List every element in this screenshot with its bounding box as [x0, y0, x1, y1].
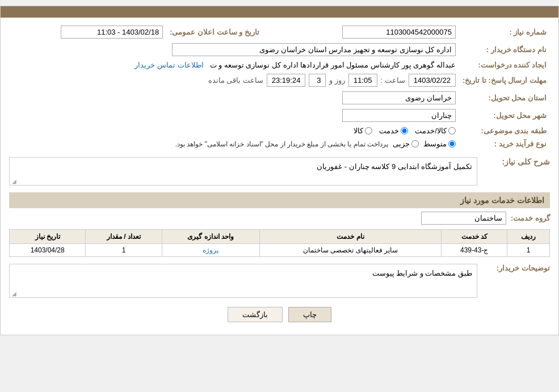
- noeFarayand-radio-group: متوسط جزیی پرداخت تمام یا بخشی از مبلغ خ…: [12, 140, 456, 148]
- ostan-value: خراسان رضوی: [9, 89, 459, 107]
- tabaqe-radio-group: کالا/خدمت خدمت کالا: [12, 127, 456, 135]
- mohlatErsaal-label: مهلت ارسال پاسخ: تا تاریخ:: [459, 71, 550, 89]
- ostan-label: استان محل تحویل:: [459, 89, 550, 107]
- radio-kalaKhedmat[interactable]: [448, 127, 456, 134]
- time-value: 11:05: [348, 74, 377, 87]
- tabaqe-kala-label: کالا: [354, 127, 363, 135]
- tabaqe-radio-kalaKhedmat[interactable]: کالا/خدمت: [415, 127, 456, 135]
- namDastgah-value: اداره کل نوسازی توسعه و تجهیز مدارس استا…: [9, 41, 459, 58]
- main-info-table: شماره نیاز : 1103004542000075 تاریخ و سا…: [9, 23, 550, 150]
- noeFarayand-note: پرداخت تمام یا بخشی از مبلغ خریدار از مح…: [175, 140, 388, 148]
- countdown-value: 23:19:24: [267, 74, 306, 87]
- row-tabaqe: طبقه بندی موضوعی: کالا/خدمت خدمت: [9, 124, 550, 137]
- tabaqe-radio-kala[interactable]: کالا: [354, 127, 372, 135]
- col-radif: ردیف: [507, 230, 550, 244]
- print-button[interactable]: چاپ: [288, 307, 331, 322]
- rooz-label: روز و: [329, 76, 345, 85]
- mohlatErsaal-value: 1403/02/22 ساعت : 11:05 روز و 3 23:19:24…: [9, 71, 459, 89]
- table-row: 1 ج-43-439 سایر فعالیتهای تخصصی ساختمان …: [10, 244, 550, 257]
- noeFarayand-radio-jozyi[interactable]: جزیی: [393, 140, 419, 148]
- col-naam: نام خدمت: [259, 230, 442, 244]
- row-ijaadKonande: ایجاد کننده درخواست: عبداله گوهری پور کا…: [9, 58, 550, 71]
- tabaqe-options: کالا/خدمت خدمت کالا: [9, 124, 459, 137]
- khadamat-header: اطلاعات خدمات مورد نیاز: [9, 192, 550, 208]
- tabaqe-kalaKhedmat-label: کالا/خدمت: [415, 127, 447, 135]
- resize-handle: ◢: [11, 178, 16, 184]
- namDastgah-label: نام دستگاه خریدار :: [459, 41, 550, 58]
- col-tedad: تعداد / مقدار: [86, 230, 162, 244]
- cell-radif: 1: [507, 244, 550, 257]
- services-table-header: ردیف کد خدمت نام خدمت واحد اندازه گیری ت…: [10, 230, 550, 244]
- row-mohlatErsaal: مهلت ارسال پاسخ: تا تاریخ: 1403/02/22 سا…: [9, 71, 550, 89]
- datetime-row: 1403/02/22 ساعت : 11:05 روز و 3 23:19:24…: [12, 74, 456, 87]
- shahr-input: چناران: [342, 109, 456, 122]
- cell-tedad: 1: [86, 244, 162, 257]
- tarikh-value: 1403/02/18 - 11:03: [9, 23, 166, 41]
- radio-motavasset[interactable]: [448, 140, 456, 147]
- baghimande-label: ساعت باقی مانده: [208, 76, 263, 85]
- content-area: شماره نیاز : 1103004542000075 تاریخ و سا…: [1, 18, 558, 335]
- page-header: [1, 6, 558, 18]
- tabaqe-label: طبقه بندی موضوعی:: [459, 124, 550, 137]
- goroh-row: گروه خدمت: ساختمان: [9, 212, 550, 225]
- footer-buttons: چاپ بازگشت: [9, 300, 550, 329]
- row-shahr: شهر محل تحویل: چناران: [9, 107, 550, 124]
- sharhKoli-container: تکمیل آموزشگاه ابتدایی 9 کلاسه چناران - …: [9, 155, 477, 188]
- tozihat-input[interactable]: طبق مشخصات و شرایط پیوست ◢: [9, 264, 477, 298]
- goroh-label: گروه خدمت:: [511, 214, 550, 222]
- row-noeFarayand: نوع فرآیند خرید : متوسط جزیی پرداخت تمام…: [9, 137, 550, 150]
- col-vahed: واحد اندازه گیری: [162, 230, 259, 244]
- ijaadKonande-value: عبداله گوهری پور کارشناس مسئول امور قرار…: [9, 58, 459, 71]
- row-shomareNiaz: شماره نیاز : 1103004542000075 تاریخ و سا…: [9, 23, 550, 41]
- radio-jozyi[interactable]: [411, 140, 419, 147]
- shomareNiaz-label: شماره نیاز :: [459, 23, 550, 41]
- rooz-value: 3: [309, 74, 326, 87]
- vahed-link[interactable]: پروژه: [203, 246, 218, 254]
- sharhKoli-label: شرح کلی نیاز:: [482, 155, 550, 168]
- ijaadKonande-label: ایجاد کننده درخواست:: [459, 58, 550, 71]
- col-kod: کد خدمت: [442, 230, 507, 244]
- cell-tarikh: 1403/04/28: [10, 244, 86, 257]
- goroh-value: ساختمان: [421, 212, 506, 225]
- tabaqe-khedmat-label: خدمت: [379, 127, 399, 135]
- tarikh-input: 1403/02/18 - 11:03: [61, 26, 163, 39]
- tozihat-section: توضیحات خریدار: طبق مشخصات و شرایط پیوست…: [9, 262, 550, 300]
- services-table-body: 1 ج-43-439 سایر فعالیتهای تخصصی ساختمان …: [10, 244, 550, 257]
- noeFarayand-label: نوع فرآیند خرید :: [459, 137, 550, 150]
- namDastgah-input: اداره کل نوسازی توسعه و تجهیز مدارس استا…: [172, 43, 456, 56]
- cell-kod: ج-43-439: [442, 244, 507, 257]
- services-table: ردیف کد خدمت نام خدمت واحد اندازه گیری ت…: [9, 229, 550, 257]
- services-header-row: ردیف کد خدمت نام خدمت واحد اندازه گیری ت…: [10, 230, 550, 244]
- sharhKoli-section: شرح کلی نیاز: تکمیل آموزشگاه ابتدایی 9 ک…: [9, 155, 550, 188]
- time-label: ساعت :: [381, 76, 405, 85]
- ijaadKonande-text: عبداله گوهری پور کارشناس مسئول امور قرار…: [210, 61, 456, 69]
- shomareNiaz-value: 1103004542000075: [285, 23, 459, 41]
- cell-vahed: پروژه: [162, 244, 259, 257]
- shahr-value: چناران: [9, 107, 459, 124]
- tabaqe-radio-khedmat[interactable]: خدمت: [379, 127, 408, 135]
- cell-naam: سایر فعالیتهای تخصصی ساختمان: [259, 244, 442, 257]
- tozihat-resize-handle: ◢: [11, 290, 16, 296]
- row-ostan: استان محل تحویل: خراسان رضوی: [9, 89, 550, 107]
- col-tarikh: تاریخ نیاز: [10, 230, 86, 244]
- radio-khedmat[interactable]: [401, 127, 408, 134]
- tozihat-value: طبق مشخصات و شرایط پیوست: [372, 269, 472, 277]
- radio-kala[interactable]: [365, 127, 372, 134]
- noeFarayand-radio-motavasset[interactable]: متوسط: [423, 140, 456, 148]
- date-value: 1403/02/22: [409, 74, 456, 87]
- noeFarayand-jozyi-label: جزیی: [393, 140, 410, 148]
- noeFarayand-value: متوسط جزیی پرداخت تمام یا بخشی از مبلغ خ…: [9, 137, 459, 150]
- tozihat-label: توضیحات خریدار:: [482, 262, 550, 275]
- sharhKoli-input[interactable]: تکمیل آموزشگاه ابتدایی 9 کلاسه چناران - …: [9, 157, 477, 186]
- shahr-label: شهر محل تحویل:: [459, 107, 550, 124]
- noeFarayand-motavasset-label: متوسط: [423, 140, 447, 148]
- back-button[interactable]: بازگشت: [228, 307, 283, 322]
- shomareNiaz-input: 1103004542000075: [342, 26, 456, 39]
- sharhKoli-value: تکمیل آموزشگاه ابتدایی 9 کلاسه چناران - …: [317, 162, 472, 171]
- ostan-input: خراسان رضوی: [342, 91, 456, 104]
- page-container: شماره نیاز : 1103004542000075 تاریخ و سا…: [0, 6, 559, 335]
- tarikh-label: تاریخ و ساعت اعلان عمومی:: [166, 23, 263, 41]
- ijaadKonande-link[interactable]: اطلاعات تماس خریدار: [135, 61, 203, 69]
- row-namDastgah: نام دستگاه خریدار : اداره کل نوسازی توسع…: [9, 41, 550, 58]
- tozihat-container: طبق مشخصات و شرایط پیوست ◢: [9, 262, 477, 300]
